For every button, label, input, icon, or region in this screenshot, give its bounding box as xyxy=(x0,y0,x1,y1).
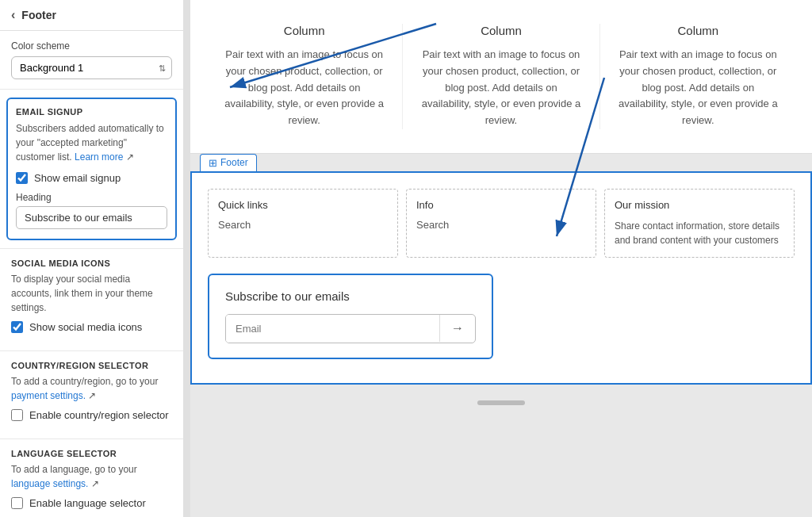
social-media-section: SOCIAL MEDIA ICONS To display your socia… xyxy=(0,248,183,350)
heading-input[interactable] xyxy=(16,206,167,229)
country-region-title: COUNTRY/REGION SELECTOR xyxy=(11,361,172,370)
language-desc-text: To add a language, go to your xyxy=(11,464,137,475)
column-2-desc: Pair text with an image to focus on your… xyxy=(419,47,583,129)
country-region-section: COUNTRY/REGION SELECTOR To add a country… xyxy=(0,350,183,438)
footer-section: Quick links Search Info Search Our missi… xyxy=(190,171,812,385)
footer-col-3-title: Our mission xyxy=(615,199,784,211)
subscribe-title: Subscribe to our emails xyxy=(225,289,476,303)
enable-country-checkbox[interactable] xyxy=(11,409,23,421)
footer-col-1: Quick links Search xyxy=(208,189,398,258)
footer-links-row: Quick links Search Info Search Our missi… xyxy=(208,189,795,258)
column-3-desc: Pair text with an image to focus on your… xyxy=(616,47,780,129)
color-scheme-select[interactable]: Background 1 Background 2 Accent 1 Accen… xyxy=(11,56,172,79)
footer-col-2-title: Info xyxy=(416,199,586,211)
enable-language-checkbox[interactable] xyxy=(11,497,23,509)
column-1-desc: Pair text with an image to focus on your… xyxy=(222,47,386,129)
sidebar-header: ‹ Footer xyxy=(0,0,183,31)
main-content: Column Pair text with an image to focus … xyxy=(190,0,812,517)
column-2-title: Column xyxy=(419,24,583,37)
enable-language-label: Enable language selector xyxy=(29,497,146,509)
show-email-row: Show email signup xyxy=(16,172,167,184)
footer-wrapper: ⊞ Footer Quick links Search Info xyxy=(190,154,812,385)
email-input[interactable] xyxy=(226,315,439,343)
social-media-title: SOCIAL MEDIA ICONS xyxy=(11,258,172,268)
grid-icon: ⊞ xyxy=(209,157,217,169)
footer-col-2-link: Search xyxy=(416,219,586,231)
show-email-checkbox[interactable] xyxy=(16,172,28,184)
learn-more-link[interactable]: Learn more xyxy=(75,151,123,163)
external-link-icon: ↗ xyxy=(126,151,134,163)
country-region-desc-text: To add a country/region, go to your xyxy=(11,376,158,387)
email-signup-description: Subscribers added automatically to your … xyxy=(16,121,167,164)
footer-col-3-text: Share contact information, store details… xyxy=(615,219,784,247)
language-title: LANGUAGE SELECTOR xyxy=(11,449,172,458)
scroll-handle xyxy=(477,400,525,405)
column-1: Column Pair text with an image to focus … xyxy=(206,24,403,129)
language-external-icon: ↗ xyxy=(91,478,99,489)
show-social-checkbox[interactable] xyxy=(11,321,23,333)
enable-country-row: Enable country/region selector xyxy=(11,409,172,421)
show-social-row: Show social media icons xyxy=(11,321,172,333)
back-icon[interactable]: ‹ xyxy=(11,8,15,22)
subscribe-box: Subscribe to our emails → xyxy=(208,274,493,359)
color-scheme-select-wrapper: Background 1 Background 2 Accent 1 Accen… xyxy=(11,56,172,79)
color-scheme-label: Color scheme xyxy=(11,40,172,52)
show-email-label: Show email signup xyxy=(34,172,121,184)
heading-label: Heading xyxy=(16,192,167,203)
payment-settings-link[interactable]: payment settings. xyxy=(11,390,86,401)
columns-area: Column Pair text with an image to focus … xyxy=(190,0,812,154)
email-signup-section: EMAIL SIGNUP Subscribers added automatic… xyxy=(6,98,177,240)
country-region-desc: To add a country/region, go to your paym… xyxy=(11,374,172,403)
scroll-handle-container xyxy=(190,385,812,413)
sidebar: ‹ Footer Color scheme Background 1 Backg… xyxy=(0,0,184,517)
payment-external-icon: ↗ xyxy=(88,390,96,401)
column-2: Column Pair text with an image to focus … xyxy=(403,24,599,129)
email-input-row: → xyxy=(225,314,476,343)
language-section: LANGUAGE SELECTOR To add a language, go … xyxy=(0,438,183,517)
enable-country-label: Enable country/region selector xyxy=(29,409,169,421)
footer-badge-label: Footer xyxy=(220,157,248,168)
show-social-label: Show social media icons xyxy=(29,321,142,333)
footer-col-1-link: Search xyxy=(218,219,388,231)
column-1-title: Column xyxy=(222,24,386,37)
language-desc: To add a language, go to your language s… xyxy=(11,462,172,491)
footer-col-1-title: Quick links xyxy=(218,199,388,211)
email-signup-title: EMAIL SIGNUP xyxy=(16,107,167,117)
column-3: Column Pair text with an image to focus … xyxy=(600,24,796,129)
color-scheme-section: Color scheme Background 1 Background 2 A… xyxy=(0,31,183,90)
email-submit-button[interactable]: → xyxy=(439,315,475,342)
column-3-title: Column xyxy=(616,24,780,37)
language-settings-link[interactable]: language settings. xyxy=(11,478,88,489)
enable-language-row: Enable language selector xyxy=(11,497,172,509)
footer-badge[interactable]: ⊞ Footer xyxy=(200,154,257,171)
resize-handle[interactable] xyxy=(184,0,190,517)
social-media-desc: To display your social media accounts, l… xyxy=(11,272,172,315)
footer-col-2: Info Search xyxy=(406,189,596,258)
footer-col-3: Our mission Share contact information, s… xyxy=(604,189,795,258)
sidebar-title: Footer xyxy=(21,9,56,21)
